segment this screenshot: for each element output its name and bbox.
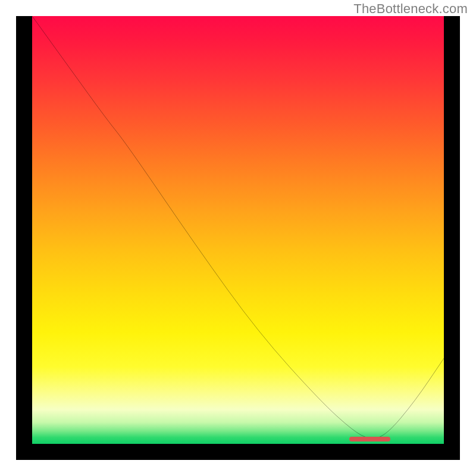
optimum-marker xyxy=(349,437,390,441)
chart-container: TheBottleneck.com xyxy=(0,0,476,476)
watermark-label: TheBottleneck.com xyxy=(353,1,468,17)
bottleneck-curve xyxy=(32,16,444,444)
plot-frame xyxy=(16,16,460,460)
